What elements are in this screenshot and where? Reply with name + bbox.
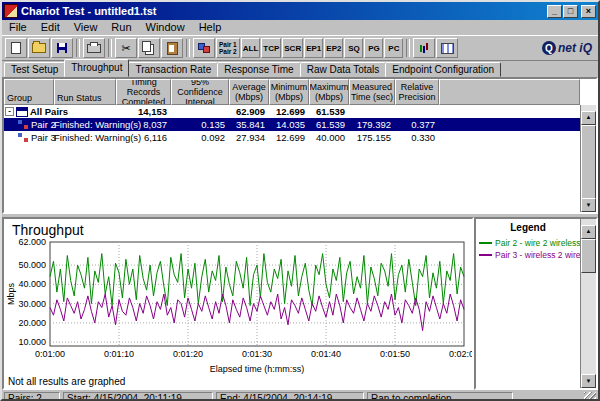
precision-cell: 0.377 [395, 119, 439, 130]
cut-button[interactable]: ✂ [115, 38, 137, 58]
table-scrollbar[interactable]: ▲ ▼ [580, 105, 596, 212]
pair-icon [18, 133, 28, 142]
filter-ep1-button[interactable]: EP1 [304, 38, 323, 58]
toolbar-separator [186, 39, 190, 57]
filter-all-button[interactable]: ALL [241, 38, 261, 58]
print-button[interactable] [83, 38, 105, 58]
average-cell: 27.934 [229, 132, 269, 143]
svg-text:0:01:50: 0:01:50 [380, 349, 410, 359]
tree-collapse-icon[interactable]: - [5, 107, 14, 116]
table-row-pair-3[interactable]: Pair 3 Finished: Warning(s) 6,116 0.092 … [4, 131, 580, 144]
grid-view-button[interactable] [436, 38, 458, 58]
average-cell: 62.909 [229, 106, 269, 117]
close-button[interactable]: × [581, 5, 596, 18]
resize-grip[interactable] [584, 392, 596, 401]
toolbar-separator [406, 39, 410, 57]
status-end-time: End: 4/15/2004, 20:14:19 [216, 392, 364, 401]
legend-label: Pair 3 - wireless 2 wire [495, 250, 581, 260]
svg-text:0:01:20: 0:01:20 [173, 349, 203, 359]
svg-text:0:02:00: 0:02:00 [449, 349, 474, 359]
col-header-relative-precision[interactable]: Relative Precision [395, 79, 439, 105]
menu-help[interactable]: Help [192, 20, 229, 35]
minimum-cell: 12.699 [269, 132, 309, 143]
tab-transaction-rate[interactable]: Transaction Rate [128, 62, 218, 77]
col-header-group[interactable]: Group [4, 79, 54, 105]
scroll-up-icon[interactable]: ▲ [581, 111, 596, 125]
copy-button[interactable] [138, 38, 160, 58]
col-header-timing-records[interactable]: Timing Records Completed [116, 79, 171, 105]
open-test-button[interactable] [28, 38, 50, 58]
save-floppy-icon [57, 43, 67, 53]
measured-time-cell: 175.155 [349, 132, 395, 143]
group-label: Pair 2 [31, 119, 56, 130]
group-label: All Pairs [30, 106, 68, 117]
minimize-button[interactable]: _ [547, 5, 562, 18]
graph-view-button[interactable] [413, 38, 435, 58]
timing-records-cell: 8,037 [116, 119, 171, 130]
pair-group-line2: Pair 2 [219, 48, 237, 55]
scroll-down-icon[interactable]: ▼ [581, 198, 596, 212]
status-start-time: Start: 4/15/2004, 20:11:19 [63, 392, 213, 401]
svg-text:0:01:30: 0:01:30 [242, 349, 272, 359]
confidence-cell: 0.092 [171, 132, 229, 143]
scroll-down-icon[interactable]: ▼ [581, 374, 596, 388]
add-pair-button[interactable] [193, 38, 215, 58]
col-header-measured-time[interactable]: Measured Time (sec) [349, 79, 395, 105]
pair-group-button[interactable]: Pair 1 Pair 2 [216, 38, 240, 58]
menu-edit[interactable]: Edit [34, 20, 67, 35]
app-icon [4, 4, 18, 18]
filter-pg-button[interactable]: PG [364, 38, 383, 58]
menu-view[interactable]: View [67, 20, 105, 35]
window-title: Chariot Test - untitled1.tst [21, 5, 156, 17]
col-header-run-status[interactable]: Run Status [54, 79, 116, 105]
legend-scrollbar[interactable]: ▲ ▼ [580, 219, 596, 388]
tab-test-setup[interactable]: Test Setup [4, 62, 65, 77]
scroll-up-icon[interactable]: ▲ [581, 225, 596, 239]
legend-label: Pair 2 - wire 2 wireless [495, 238, 581, 248]
chart-footnote: Not all results are graphed [8, 376, 125, 387]
tab-response-time[interactable]: Response Time [217, 62, 300, 77]
group-cell: Pair 2 [4, 119, 54, 130]
chart-pane: Throughput 10.00020.00030.00040.00050.00… [2, 217, 474, 390]
scrollbar-thumb[interactable] [581, 239, 596, 273]
legend-item-pair-2[interactable]: Pair 2 - wire 2 wireless [476, 237, 596, 249]
table-row-pair-2[interactable]: Pair 2 Finished: Warning(s) 8,037 0.135 … [4, 118, 580, 131]
col-header-minimum[interactable]: Minimum (Mbps) [269, 79, 309, 105]
filter-ep2-button[interactable]: EP2 [324, 38, 343, 58]
svg-text:30.000: 30.000 [18, 299, 46, 309]
tab-endpoint-configuration[interactable]: Endpoint Configuration [385, 62, 501, 77]
maximum-cell: 40.000 [309, 132, 349, 143]
confidence-cell: 0.135 [171, 119, 229, 130]
table-row-all-pairs[interactable]: - All Pairs 14,153 62.909 12.699 61.539 [4, 105, 580, 118]
maximum-cell: 61.539 [309, 119, 349, 130]
timing-records-cell: 14,153 [116, 106, 171, 117]
maximize-button[interactable]: □ [563, 5, 578, 18]
legend-swatch [479, 242, 492, 244]
table-body: - All Pairs 14,153 62.909 12.699 61.539 … [4, 105, 580, 144]
save-button[interactable] [51, 38, 73, 58]
col-header-confidence[interactable]: 95% Confidence Interval [171, 79, 229, 105]
scissors-icon: ✂ [121, 43, 130, 54]
paste-button[interactable] [161, 38, 183, 58]
filter-scr-button[interactable]: SCR [282, 38, 303, 58]
group-label: Pair 3 [31, 132, 56, 143]
menu-run[interactable]: Run [104, 20, 138, 35]
filter-sq-button[interactable]: SQ [344, 38, 363, 58]
menu-file[interactable]: File [2, 20, 34, 35]
bar-chart-icon [420, 45, 422, 52]
tab-throughput[interactable]: Throughput [64, 59, 129, 77]
tab-raw-data-totals[interactable]: Raw Data Totals [300, 62, 387, 77]
new-test-button[interactable] [5, 38, 27, 58]
open-folder-icon [32, 43, 46, 53]
legend-title: Legend [476, 219, 596, 237]
filter-pc-button[interactable]: PC [384, 38, 403, 58]
legend-item-pair-3[interactable]: Pair 3 - wireless 2 wire [476, 249, 596, 261]
menu-window[interactable]: Window [139, 20, 192, 35]
all-pairs-icon [16, 107, 28, 117]
svg-text:Mbps: Mbps [6, 283, 16, 306]
col-header-maximum[interactable]: Maximum (Mbps) [309, 79, 349, 105]
filter-tcp-button[interactable]: TCP [261, 38, 281, 58]
tab-bar: Test Setup Throughput Transaction Rate R… [2, 61, 598, 77]
col-header-average[interactable]: Average (Mbps) [229, 79, 269, 105]
col-header-filler [439, 79, 580, 105]
